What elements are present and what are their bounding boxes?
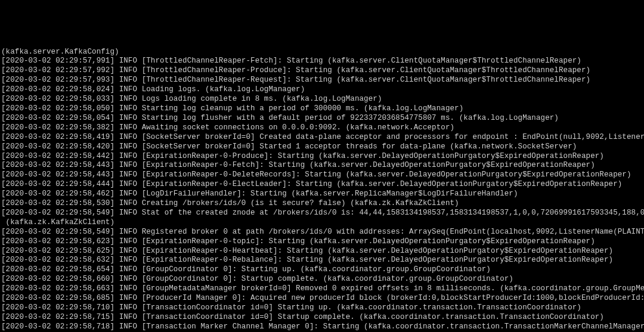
- log-line: [2020-03-02 02:29:58,024] INFO Loading l…: [1, 85, 643, 95]
- log-line: [2020-03-02 02:29:58,382] INFO Awaiting …: [1, 123, 643, 133]
- log-line: [2020-03-02 02:29:58,443] INFO [Expirati…: [1, 161, 643, 170]
- log-line: [2020-03-02 02:29:58,420] INFO [SocketSe…: [1, 142, 643, 152]
- log-line: [2020-03-02 02:29:58,530] INFO Creating …: [1, 199, 643, 209]
- log-line: [2020-03-02 02:29:58,050] INFO Starting …: [1, 104, 643, 114]
- log-line: [2020-03-02 02:29:58,685] INFO [Producer…: [1, 294, 643, 303]
- log-line: [2020-03-02 02:29:58,660] INFO [GroupCoo…: [1, 275, 643, 284]
- log-line: [2020-03-02 02:29:58,632] INFO [Expirati…: [1, 256, 643, 265]
- log-line: [2020-03-02 02:29:58,663] INFO [GroupMet…: [1, 284, 643, 294]
- log-line: [2020-03-02 02:29:58,718] INFO [Transact…: [1, 322, 643, 332]
- log-line: (kafka.zk.KafkaZkClient): [1, 218, 643, 228]
- log-line: [2020-03-02 02:29:58,444] INFO [Expirati…: [1, 180, 643, 190]
- log-line: [2020-03-02 02:29:58,442] INFO [Expirati…: [1, 152, 643, 162]
- log-line: [2020-03-02 02:29:58,710] INFO [Transact…: [1, 303, 643, 313]
- log-line: [2020-03-02 02:29:58,054] INFO Starting …: [1, 114, 643, 123]
- log-line: [2020-03-02 02:29:58,549] INFO Stat of t…: [1, 209, 643, 218]
- log-line: [2020-03-02 02:29:58,419] INFO [SocketSe…: [1, 133, 643, 142]
- log-line: [2020-03-02 02:29:58,623] INFO [Expirati…: [1, 237, 643, 247]
- log-line: [2020-03-02 02:29:58,654] INFO [GroupCoo…: [1, 265, 643, 275]
- log-line: [2020-03-02 02:29:58,549] INFO Registere…: [1, 228, 643, 237]
- log-line: [2020-03-02 02:29:58,033] INFO Logs load…: [1, 95, 643, 104]
- log-line: [2020-03-02 02:29:57,993] INFO [Throttle…: [1, 76, 643, 85]
- log-line: [2020-03-02 02:29:57,992] INFO [Throttle…: [1, 66, 643, 76]
- log-line: [2020-03-02 02:29:58,625] INFO [Expirati…: [1, 247, 643, 256]
- log-line: [2020-03-02 02:29:58,462] INFO [LogDirFa…: [1, 190, 643, 199]
- terminal-output: (kafka.server.KafkaConfig)[2020-03-02 02…: [0, 48, 644, 332]
- log-line: [2020-03-02 02:29:57,991] INFO [Throttle…: [1, 57, 643, 66]
- log-line: [2020-03-02 02:29:58,715] INFO [Transact…: [1, 313, 643, 322]
- log-line: (kafka.server.KafkaConfig): [1, 48, 643, 57]
- log-line: [2020-03-02 02:29:58,443] INFO [Expirati…: [1, 170, 643, 180]
